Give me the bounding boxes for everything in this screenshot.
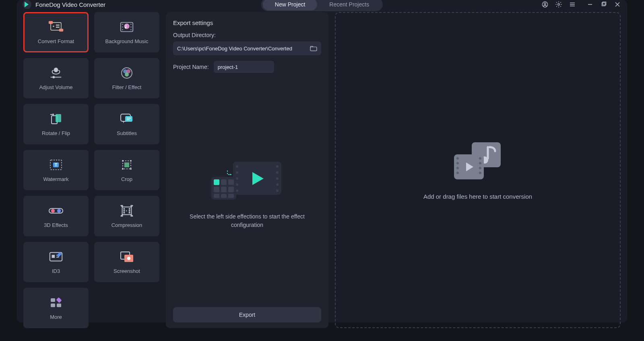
svg-rect-68 <box>310 47 317 51</box>
svg-point-76 <box>276 171 279 174</box>
export-settings-title: Export settings <box>173 19 321 26</box>
svg-rect-86 <box>228 187 234 192</box>
svg-rect-66 <box>51 304 55 307</box>
svg-rect-84 <box>214 187 219 192</box>
svg-point-77 <box>276 177 279 180</box>
svg-point-52 <box>124 210 124 211</box>
watermark-icon: T <box>48 158 64 171</box>
svg-rect-14 <box>56 27 60 28</box>
svg-rect-67 <box>57 304 61 307</box>
export-button[interactable]: Export <box>173 307 321 322</box>
svg-point-48 <box>51 209 55 213</box>
menu-icon[interactable] <box>568 0 576 8</box>
svg-point-2 <box>558 4 560 6</box>
svg-rect-87 <box>214 194 219 198</box>
output-directory-field[interactable]: C:\Users\pc\FoneDog Video Converter\Conv… <box>173 42 321 55</box>
svg-point-98 <box>479 162 481 164</box>
app-title: FoneDog Video Converter <box>35 1 105 8</box>
tool-adjust-volume[interactable]: Adjust Volume <box>23 58 89 98</box>
svg-point-97 <box>479 157 481 160</box>
svg-point-96 <box>456 172 459 174</box>
play-logo-icon <box>23 0 31 9</box>
svg-point-44 <box>130 160 132 162</box>
filter-effect-icon <box>119 67 134 79</box>
tool-label: Adjust Volume <box>39 84 72 90</box>
svg-point-1 <box>544 3 546 5</box>
tool-id3[interactable]: ID3 <box>23 242 89 282</box>
tab-new-project[interactable]: New Project <box>263 0 317 10</box>
svg-point-70 <box>236 165 238 168</box>
screenshot-icon <box>119 250 134 263</box>
output-directory-path: C:\Users\pc\FoneDog Video Converter\Conv… <box>177 46 310 52</box>
tool-label: Subtitles <box>117 130 137 136</box>
tool-compression[interactable]: Compression <box>94 196 159 236</box>
svg-point-100 <box>479 172 481 174</box>
project-name-label: Project Name: <box>173 64 209 70</box>
svg-rect-89 <box>228 194 234 198</box>
svg-point-31 <box>125 73 129 77</box>
svg-point-71 <box>236 171 238 174</box>
svg-rect-8 <box>603 2 606 5</box>
id3-icon <box>48 250 64 263</box>
svg-rect-42 <box>124 162 129 167</box>
minimize-button[interactable] <box>586 0 594 8</box>
tool-filter-effect[interactable]: Filter / Effect <box>94 58 159 98</box>
file-drop-zone[interactable]: Add or drag files here to start conversi… <box>335 12 621 328</box>
tool-screenshot[interactable]: Screenshot <box>94 242 159 282</box>
svg-point-46 <box>130 168 132 170</box>
svg-point-23 <box>130 29 131 30</box>
account-icon[interactable] <box>541 0 549 8</box>
tool-more[interactable]: More <box>23 288 89 328</box>
svg-point-27 <box>53 76 54 78</box>
folder-icon <box>310 46 317 51</box>
compression-icon <box>119 204 134 217</box>
svg-point-24 <box>124 23 129 29</box>
tool-3d-effects[interactable]: 3D Effects <box>23 196 89 236</box>
tool-crop[interactable]: Crop <box>94 150 159 190</box>
tool-subtitles[interactable]: Subtitles <box>94 104 159 144</box>
maximize-button[interactable] <box>600 0 608 8</box>
svg-text:T: T <box>55 163 57 167</box>
crop-icon <box>119 158 134 171</box>
svg-rect-15 <box>49 21 53 24</box>
svg-point-95 <box>456 167 459 169</box>
tool-grid: Convert Format Background Music Adjust V… <box>23 12 159 328</box>
svg-point-56 <box>129 212 130 213</box>
drop-zone-icon <box>452 141 504 181</box>
svg-point-99 <box>479 167 481 169</box>
svg-point-63 <box>127 257 130 260</box>
tool-watermark[interactable]: T Watermark <box>23 150 89 190</box>
svg-point-49 <box>57 209 61 213</box>
svg-point-78 <box>276 183 279 186</box>
tab-recent-projects[interactable]: Recent Projects <box>317 0 381 10</box>
close-button[interactable] <box>613 0 621 8</box>
tool-background-music[interactable]: Background Music <box>94 12 159 52</box>
tool-convert-format[interactable]: Convert Format <box>23 12 89 52</box>
tool-label: Watermark <box>43 176 68 182</box>
title-bar: FoneDog Video Converter New Project Rece… <box>17 0 627 9</box>
tool-label: Compression <box>111 222 142 228</box>
svg-rect-7 <box>602 3 605 6</box>
svg-point-25 <box>125 27 126 29</box>
svg-point-55 <box>129 210 130 211</box>
rotate-flip-icon <box>48 112 64 125</box>
svg-rect-85 <box>221 187 227 192</box>
export-panel: Export settings Output Directory: C:\Use… <box>166 12 328 328</box>
tool-label: Rotate / Flip <box>42 130 70 136</box>
gear-icon[interactable] <box>555 0 563 8</box>
svg-point-51 <box>124 208 124 209</box>
svg-point-54 <box>129 208 130 209</box>
tool-label: 3D Effects <box>44 222 68 228</box>
svg-rect-83 <box>228 179 234 185</box>
svg-point-94 <box>456 162 459 164</box>
drop-zone-text: Add or drag files here to start conversi… <box>423 193 532 200</box>
svg-rect-65 <box>56 297 62 303</box>
svg-point-22 <box>130 26 131 27</box>
svg-rect-81 <box>214 179 219 185</box>
export-hint-text: Select the left side effections to start… <box>183 212 312 229</box>
app-logo: FoneDog Video Converter <box>23 0 105 9</box>
adjust-volume-icon <box>48 67 64 79</box>
project-name-input[interactable] <box>214 61 274 73</box>
convert-format-icon <box>48 21 64 33</box>
tool-rotate-flip[interactable]: Rotate / Flip <box>23 104 89 144</box>
